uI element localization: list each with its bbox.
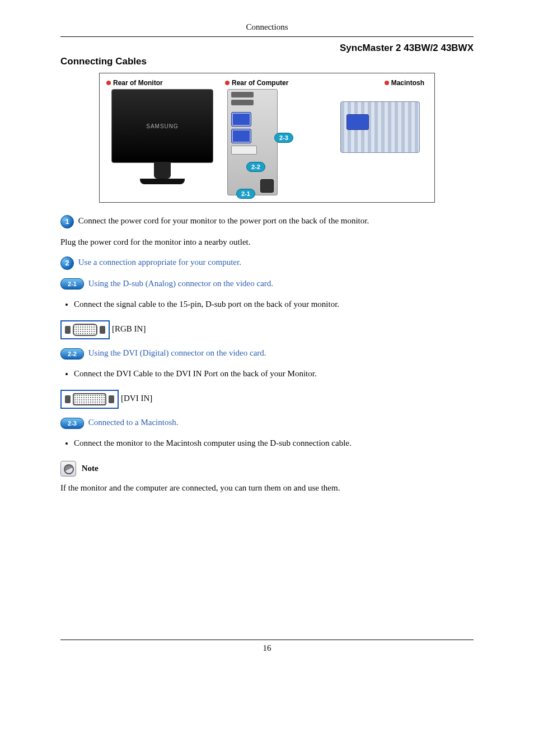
bullet-icon: [225, 81, 229, 85]
dvi-port-label: [DVI IN]: [121, 394, 152, 403]
monitor-rear-graphic: SAMSUNG: [111, 89, 213, 163]
step-2-text: Use a connection appropriate for your co…: [76, 258, 241, 267]
page-number: 16: [60, 643, 474, 653]
step-2-2-icon: 2-2: [60, 348, 84, 360]
step-2-2-text: Using the DVI (Digital) connector on the…: [86, 348, 266, 357]
running-header: Connections: [60, 22, 474, 37]
connection-diagram: Rear of Monitor SAMSUNG Rear of Computer: [60, 73, 474, 203]
step-2-3-text: Connected to a Macintosh.: [86, 418, 179, 427]
step-2-1-bullet: Connect the signal cable to the 15-pin, …: [74, 298, 474, 311]
diagram-box: Rear of Monitor SAMSUNG Rear of Computer: [99, 73, 435, 203]
step-2-line: 2 Use a connection appropriate for your …: [60, 256, 474, 270]
rgb-port-label: [RGB IN]: [112, 324, 146, 333]
mac-panel-label-text: Macintosh: [391, 79, 424, 87]
dvi-port-line: [DVI IN]: [60, 390, 474, 409]
vga-port-graphic: [231, 112, 251, 127]
step-2-icon: 2: [60, 256, 74, 270]
step-2-1-icon: 2-1: [60, 278, 84, 290]
callout-2-2: 2-2: [246, 162, 265, 172]
step-1-follow: Plug the power cord for the monitor into…: [60, 236, 474, 249]
note-heading: Note: [60, 461, 474, 477]
footer-rule: [60, 640, 474, 640]
mac-vga-port-graphic: [346, 114, 369, 130]
note-text: If the monitor and the computer are conn…: [60, 482, 474, 494]
monitor-panel: Rear of Monitor SAMSUNG: [106, 79, 218, 184]
callout-2-3: 2-3: [274, 133, 293, 143]
computer-panel-label: Rear of Computer: [225, 79, 326, 87]
bullet-icon: [385, 81, 389, 85]
monitor-panel-label: Rear of Monitor: [106, 79, 218, 87]
power-port-graphic: [260, 179, 274, 193]
rgb-port-icon: [60, 320, 110, 339]
step-1-icon: 1: [60, 215, 74, 228]
step-2-3-icon: 2-3: [60, 418, 84, 429]
vent-graphic: [231, 100, 254, 105]
model-heading: SyncMaster 2 43BW/2 43BWX: [60, 43, 474, 54]
monitor-panel-label-text: Rear of Monitor: [113, 79, 163, 87]
note-label: Note: [79, 463, 99, 472]
step-1-line: 1 Connect the power cord for your monito…: [60, 215, 474, 228]
section-title: Connecting Cables: [60, 56, 474, 67]
step-2-3-bullet: Connect the monitor to the Macintosh com…: [74, 437, 474, 450]
vent-graphic: [231, 92, 254, 97]
step-2-1-line: 2-1 Using the D-sub (Analog) connector o…: [60, 278, 474, 290]
callout-2-1: 2-1: [236, 189, 255, 199]
step-2-3-line: 2-3 Connected to a Macintosh.: [60, 417, 474, 429]
mac-rear-graphic: [340, 101, 420, 153]
bullet-icon: [106, 81, 111, 85]
monitor-brand-text: SAMSUNG: [146, 123, 179, 129]
mac-panel-label: Macintosh: [332, 79, 424, 87]
monitor-base-graphic: [140, 179, 185, 184]
step-2-2-bullet: Connect the DVI Cable to the DVI IN Port…: [74, 367, 474, 380]
note-icon: [60, 461, 76, 477]
computer-panel-label-text: Rear of Computer: [232, 79, 288, 87]
computer-rear-graphic: [227, 89, 278, 195]
mac-panel: Macintosh: [332, 79, 428, 153]
dvi-port-graphic: [231, 146, 257, 155]
step-2-2-line: 2-2 Using the DVI (Digital) connector on…: [60, 347, 474, 360]
step-1-text: Connect the power cord for your monitor …: [76, 216, 369, 225]
dvi-port-icon: [60, 390, 119, 409]
monitor-stand-graphic: [154, 162, 171, 179]
step-2-1-text: Using the D-sub (Analog) connector on th…: [86, 279, 273, 288]
rgb-port-line: [RGB IN]: [60, 320, 474, 339]
vga-port-graphic: [231, 129, 251, 143]
